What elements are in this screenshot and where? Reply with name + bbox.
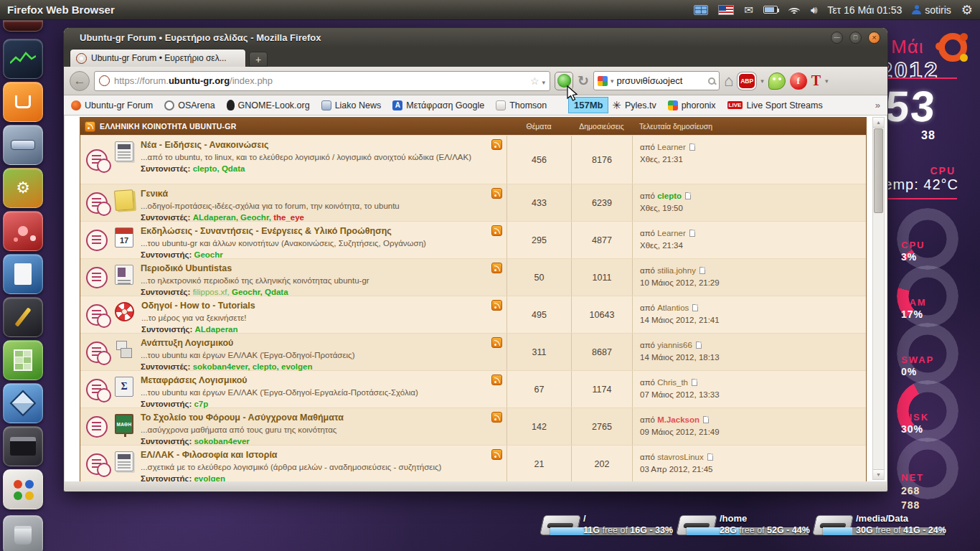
bookmark-google-translate[interactable]: AΜετάφραση Google xyxy=(392,100,484,110)
dock-item-libreoffice-calc[interactable] xyxy=(3,340,43,380)
rss-icon[interactable] xyxy=(491,412,502,423)
wifi-icon[interactable] xyxy=(788,5,801,14)
reload-button[interactable]: ↻ xyxy=(578,72,589,89)
dock-item-disk-utility[interactable] xyxy=(3,125,43,165)
bookmarks-overflow-chevron[interactable]: » xyxy=(875,100,880,110)
moderator-link[interactable]: Qdata xyxy=(265,288,288,296)
forum-link[interactable]: Μεταφράσεις Λογισμικού xyxy=(141,375,418,387)
bookmark-liako-news[interactable]: Liako News xyxy=(321,100,382,110)
last-post-user[interactable]: Atlantios xyxy=(657,303,689,312)
user-menu[interactable]: sotiris xyxy=(912,4,951,16)
forum-link[interactable]: Εκδηλώσεις - Συναντήσεις - Ενέργειες & Υ… xyxy=(141,225,426,237)
google-search-icon[interactable] xyxy=(598,76,608,86)
rss-icon[interactable] xyxy=(491,225,502,236)
last-post-user[interactable]: Learner xyxy=(657,229,686,237)
forum-link[interactable]: Το Σχολείο του Φόρουμ - Ασύγχρονα Μαθήμα… xyxy=(141,412,344,424)
bookmark-ubuntu-gr[interactable]: Ubuntu-gr Forum xyxy=(71,100,153,110)
back-button[interactable]: ← xyxy=(70,71,90,91)
moderator-link[interactable]: sokoban4ever xyxy=(194,437,249,446)
category-title[interactable]: ΕΛΛΗΝΙΚΗ ΚΟΙΝΟΤΗΤΑ UBUNTU-GR xyxy=(100,122,236,131)
search-input-value[interactable]: prσυνιθίσωoject xyxy=(616,75,682,86)
forum-link[interactable]: Γενικά xyxy=(141,188,400,200)
rss-icon[interactable] xyxy=(491,449,502,460)
dock-item-draw-pen[interactable] xyxy=(3,297,43,337)
dock-item-network-nodes[interactable] xyxy=(3,211,43,251)
forum-link[interactable]: ΕΛ/ΛΑΚ - Φιλοσοφία και Ιστορία xyxy=(141,449,441,461)
dock-item-settings-gears[interactable]: ⚙ xyxy=(3,168,43,208)
rss-icon[interactable] xyxy=(491,300,502,311)
url-bar[interactable]: https://forum.ubuntu-gr.org/index.php ☆ … xyxy=(94,71,550,91)
rss-icon[interactable] xyxy=(491,263,502,273)
last-post-user[interactable]: Chris_th xyxy=(657,378,688,387)
last-post-user[interactable]: yiannis66 xyxy=(657,341,692,349)
moderator-link[interactable]: the_eye xyxy=(273,213,304,222)
trash-icon[interactable] xyxy=(3,515,43,551)
keyboard-layout-icon[interactable] xyxy=(718,5,734,15)
goto-post-icon[interactable] xyxy=(685,192,691,199)
goto-post-icon[interactable] xyxy=(703,416,709,423)
moderator-link[interactable]: Qdata xyxy=(222,164,245,173)
last-post-user[interactable]: M.Jackson xyxy=(657,415,699,424)
dock-item-terminal-window[interactable] xyxy=(3,426,43,466)
moderator-link[interactable]: clepto, xyxy=(193,164,220,173)
maximize-button[interactable]: □ xyxy=(849,32,862,44)
rss-icon[interactable] xyxy=(85,121,95,132)
moderator-link[interactable]: ALdaperan xyxy=(194,325,237,334)
goto-post-icon[interactable] xyxy=(699,267,705,274)
forum-link[interactable]: Περιοδικό Ubuntistas xyxy=(141,263,369,275)
new-tab-button[interactable]: + xyxy=(249,52,268,67)
forum-link[interactable]: Νέα - Ειδήσεις - Ανακοινώσεις xyxy=(141,139,471,151)
workspace-switcher-icon[interactable] xyxy=(694,5,708,15)
search-engine-caret[interactable]: ▾ xyxy=(611,77,614,85)
bookmark-gnome-look[interactable]: GNOME-Look.org xyxy=(227,100,310,110)
goto-post-icon[interactable] xyxy=(692,379,697,386)
goto-post-icon[interactable] xyxy=(707,453,713,461)
abp-caret[interactable]: ▾ xyxy=(760,77,764,85)
goto-post-icon[interactable] xyxy=(696,342,702,349)
t-addon-caret[interactable]: ▾ xyxy=(825,77,829,85)
rss-icon[interactable] xyxy=(491,337,502,348)
battery-icon[interactable] xyxy=(763,6,778,14)
moderator-link[interactable]: evolgen xyxy=(194,474,225,481)
dock-item-game-dots[interactable] xyxy=(3,469,43,509)
dock-item-libreoffice-writer[interactable] xyxy=(3,254,43,294)
moderator-link[interactable]: Geochr, xyxy=(240,213,271,222)
flashblock-icon[interactable]: f xyxy=(790,72,807,90)
moderator-link[interactable]: clepto, xyxy=(253,362,279,371)
search-bar[interactable]: ▾ prσυνιθίσωoject xyxy=(593,71,720,90)
forum-link[interactable]: Οδηγοί - How to - Tutorials xyxy=(141,300,255,312)
window-titlebar[interactable]: Ubuntu-gr Forum • Ευρετήριο σελίδας - Mo… xyxy=(64,28,887,47)
moderator-link[interactable]: filippos.xf, xyxy=(193,288,230,296)
t-addon-icon[interactable]: T xyxy=(811,72,821,89)
moderator-link[interactable]: ALdaperan, xyxy=(193,213,238,222)
last-post-user[interactable]: stavrosLinux xyxy=(657,453,704,461)
mail-icon[interactable]: ✉ xyxy=(744,4,753,17)
dock-item-virtualbox[interactable] xyxy=(3,383,43,423)
green-mascot-addon-icon[interactable] xyxy=(768,72,786,90)
scroll-up-arrow[interactable]: ▲ xyxy=(873,118,884,128)
moderator-link[interactable]: Geochr xyxy=(194,250,222,259)
forum-link[interactable]: Ανάπτυξη Λογισμικού xyxy=(141,337,354,349)
moderator-link[interactable]: evolgen xyxy=(281,362,312,371)
last-post-user[interactable]: Learner xyxy=(657,143,686,151)
bookmark-osarena[interactable]: OSArena xyxy=(164,100,215,110)
goto-post-icon[interactable] xyxy=(692,304,698,311)
bookmark-live-sport-streams[interactable]: LIVELive Sport Streams xyxy=(727,100,823,110)
search-magnifier-icon[interactable] xyxy=(708,77,715,85)
adblock-plus-icon[interactable]: ABP xyxy=(738,72,756,90)
scrollbar-thumb[interactable] xyxy=(874,128,883,213)
panel-clock[interactable]: Τετ 16 Μάι 01:53 xyxy=(827,4,902,16)
moderator-link[interactable]: Geochr, xyxy=(232,288,263,296)
bookmark-pyles-tv[interactable]: ✳Pyles.tv xyxy=(612,99,656,112)
minimize-button[interactable]: — xyxy=(831,32,843,44)
goto-post-icon[interactable] xyxy=(689,230,695,237)
rss-icon[interactable] xyxy=(491,188,502,199)
moderator-link[interactable]: c7p xyxy=(194,400,208,408)
moderator-link[interactable]: sokoban4ever, xyxy=(193,362,250,371)
last-post-user[interactable]: stilia.johny xyxy=(657,266,696,275)
dock-item-system-monitor[interactable] xyxy=(3,39,43,79)
goto-post-icon[interactable] xyxy=(689,143,695,151)
home-button[interactable]: ⌂ xyxy=(724,73,733,89)
bookmark-star-icon[interactable]: ☆ ▾ xyxy=(530,75,545,87)
bookmark-phoronix[interactable]: phoronix xyxy=(668,100,716,110)
